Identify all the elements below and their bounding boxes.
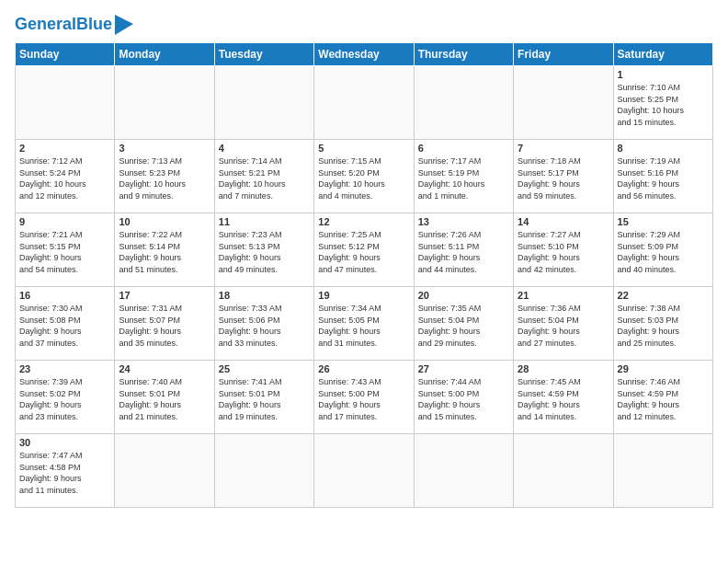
day-info: Sunrise: 7:18 AM Sunset: 5:17 PM Dayligh…	[518, 155, 609, 201]
day-number: 11	[219, 216, 310, 227]
calendar-cell: 25Sunrise: 7:41 AM Sunset: 5:01 PM Dayli…	[214, 361, 313, 434]
day-info: Sunrise: 7:38 AM Sunset: 5:03 PM Dayligh…	[618, 303, 709, 349]
header-row: SundayMondayTuesdayWednesdayThursdayFrid…	[16, 43, 713, 66]
day-info: Sunrise: 7:27 AM Sunset: 5:10 PM Dayligh…	[518, 229, 609, 275]
calendar-cell	[314, 66, 414, 140]
calendar-cell	[613, 434, 712, 508]
day-info: Sunrise: 7:33 AM Sunset: 5:06 PM Dayligh…	[219, 303, 310, 349]
logo-icon	[115, 15, 133, 35]
day-number: 6	[418, 143, 509, 154]
calendar-cell	[414, 434, 513, 508]
calendar-cell: 11Sunrise: 7:23 AM Sunset: 5:13 PM Dayli…	[214, 213, 313, 287]
calendar-cell: 23Sunrise: 7:39 AM Sunset: 5:02 PM Dayli…	[16, 361, 115, 434]
day-info: Sunrise: 7:22 AM Sunset: 5:14 PM Dayligh…	[119, 229, 210, 275]
calendar-cell: 7Sunrise: 7:18 AM Sunset: 5:17 PM Daylig…	[514, 140, 613, 213]
day-number: 7	[518, 143, 609, 154]
week-row-1: 2Sunrise: 7:12 AM Sunset: 5:24 PM Daylig…	[16, 140, 713, 213]
calendar-cell: 19Sunrise: 7:34 AM Sunset: 5:05 PM Dayli…	[314, 287, 414, 361]
day-number: 14	[518, 216, 609, 227]
day-number: 22	[618, 290, 709, 301]
day-info: Sunrise: 7:21 AM Sunset: 5:15 PM Dayligh…	[19, 229, 110, 275]
day-info: Sunrise: 7:44 AM Sunset: 5:00 PM Dayligh…	[418, 376, 509, 422]
day-info: Sunrise: 7:13 AM Sunset: 5:23 PM Dayligh…	[119, 155, 210, 201]
day-number: 26	[318, 363, 409, 374]
day-header-monday: Monday	[115, 43, 214, 66]
calendar-cell: 6Sunrise: 7:17 AM Sunset: 5:19 PM Daylig…	[414, 140, 513, 213]
logo-general: General	[15, 15, 76, 33]
calendar-cell: 13Sunrise: 7:26 AM Sunset: 5:11 PM Dayli…	[414, 213, 513, 287]
day-number: 27	[418, 363, 509, 374]
calendar-cell: 28Sunrise: 7:45 AM Sunset: 4:59 PM Dayli…	[514, 361, 613, 434]
calendar-table: SundayMondayTuesdayWednesdayThursdayFrid…	[15, 42, 713, 508]
calendar-cell: 16Sunrise: 7:30 AM Sunset: 5:08 PM Dayli…	[16, 287, 115, 361]
day-info: Sunrise: 7:45 AM Sunset: 4:59 PM Dayligh…	[518, 376, 609, 422]
calendar-cell: 4Sunrise: 7:14 AM Sunset: 5:21 PM Daylig…	[214, 140, 313, 213]
day-info: Sunrise: 7:40 AM Sunset: 5:01 PM Dayligh…	[119, 376, 210, 422]
day-info: Sunrise: 7:25 AM Sunset: 5:12 PM Dayligh…	[318, 229, 409, 275]
day-info: Sunrise: 7:36 AM Sunset: 5:04 PM Dayligh…	[518, 303, 609, 349]
day-info: Sunrise: 7:14 AM Sunset: 5:21 PM Dayligh…	[219, 155, 310, 201]
day-number: 10	[119, 216, 210, 227]
day-number: 28	[518, 363, 609, 374]
calendar-cell: 10Sunrise: 7:22 AM Sunset: 5:14 PM Dayli…	[115, 213, 214, 287]
day-number: 8	[618, 143, 709, 154]
day-info: Sunrise: 7:23 AM Sunset: 5:13 PM Dayligh…	[219, 229, 310, 275]
day-header-tuesday: Tuesday	[214, 43, 313, 66]
week-row-4: 23Sunrise: 7:39 AM Sunset: 5:02 PM Dayli…	[16, 361, 713, 434]
calendar-cell: 3Sunrise: 7:13 AM Sunset: 5:23 PM Daylig…	[115, 140, 214, 213]
day-number: 5	[318, 143, 409, 154]
svg-marker-0	[115, 15, 133, 35]
calendar-cell: 12Sunrise: 7:25 AM Sunset: 5:12 PM Dayli…	[314, 213, 414, 287]
day-number: 9	[19, 216, 110, 227]
day-info: Sunrise: 7:10 AM Sunset: 5:25 PM Dayligh…	[618, 82, 709, 128]
day-number: 24	[119, 363, 210, 374]
day-info: Sunrise: 7:30 AM Sunset: 5:08 PM Dayligh…	[19, 303, 110, 349]
day-number: 20	[418, 290, 509, 301]
calendar-cell: 18Sunrise: 7:33 AM Sunset: 5:06 PM Dayli…	[214, 287, 313, 361]
day-number: 29	[618, 363, 709, 374]
day-header-sunday: Sunday	[16, 43, 115, 66]
calendar-cell	[115, 66, 214, 140]
day-number: 18	[219, 290, 310, 301]
day-number: 12	[318, 216, 409, 227]
day-number: 3	[119, 143, 210, 154]
day-info: Sunrise: 7:31 AM Sunset: 5:07 PM Dayligh…	[119, 303, 210, 349]
day-info: Sunrise: 7:19 AM Sunset: 5:16 PM Dayligh…	[618, 155, 709, 201]
day-info: Sunrise: 7:46 AM Sunset: 4:59 PM Dayligh…	[618, 376, 709, 422]
week-row-0: 1Sunrise: 7:10 AM Sunset: 5:25 PM Daylig…	[16, 66, 713, 140]
calendar-body: 1Sunrise: 7:10 AM Sunset: 5:25 PM Daylig…	[16, 66, 713, 508]
calendar-cell: 27Sunrise: 7:44 AM Sunset: 5:00 PM Dayli…	[414, 361, 513, 434]
day-info: Sunrise: 7:43 AM Sunset: 5:00 PM Dayligh…	[318, 376, 409, 422]
week-row-2: 9Sunrise: 7:21 AM Sunset: 5:15 PM Daylig…	[16, 213, 713, 287]
day-info: Sunrise: 7:34 AM Sunset: 5:05 PM Dayligh…	[318, 303, 409, 349]
logo: GeneralBlue	[15, 15, 133, 35]
week-row-5: 30Sunrise: 7:47 AM Sunset: 4:58 PM Dayli…	[16, 434, 713, 508]
calendar-cell: 22Sunrise: 7:38 AM Sunset: 5:03 PM Dayli…	[613, 287, 712, 361]
calendar-cell	[214, 434, 313, 508]
calendar-cell: 14Sunrise: 7:27 AM Sunset: 5:10 PM Dayli…	[514, 213, 613, 287]
calendar-cell	[16, 66, 115, 140]
calendar-cell: 24Sunrise: 7:40 AM Sunset: 5:01 PM Dayli…	[115, 361, 214, 434]
day-number: 30	[19, 437, 110, 448]
day-number: 1	[618, 69, 709, 80]
day-info: Sunrise: 7:47 AM Sunset: 4:58 PM Dayligh…	[19, 450, 110, 496]
calendar-cell: 8Sunrise: 7:19 AM Sunset: 5:16 PM Daylig…	[613, 140, 712, 213]
day-info: Sunrise: 7:35 AM Sunset: 5:04 PM Dayligh…	[418, 303, 509, 349]
day-number: 16	[19, 290, 110, 301]
day-number: 17	[119, 290, 210, 301]
day-header-thursday: Thursday	[414, 43, 513, 66]
page-header: GeneralBlue	[15, 15, 713, 35]
calendar-cell	[314, 434, 414, 508]
calendar-cell: 30Sunrise: 7:47 AM Sunset: 4:58 PM Dayli…	[16, 434, 115, 508]
day-header-saturday: Saturday	[613, 43, 712, 66]
day-info: Sunrise: 7:15 AM Sunset: 5:20 PM Dayligh…	[318, 155, 409, 201]
calendar-cell	[214, 66, 313, 140]
calendar-cell: 15Sunrise: 7:29 AM Sunset: 5:09 PM Dayli…	[613, 213, 712, 287]
calendar-cell	[414, 66, 513, 140]
calendar-cell: 21Sunrise: 7:36 AM Sunset: 5:04 PM Dayli…	[514, 287, 613, 361]
day-number: 19	[318, 290, 409, 301]
calendar-cell: 1Sunrise: 7:10 AM Sunset: 5:25 PM Daylig…	[613, 66, 712, 140]
calendar-cell: 17Sunrise: 7:31 AM Sunset: 5:07 PM Dayli…	[115, 287, 214, 361]
day-number: 21	[518, 290, 609, 301]
week-row-3: 16Sunrise: 7:30 AM Sunset: 5:08 PM Dayli…	[16, 287, 713, 361]
